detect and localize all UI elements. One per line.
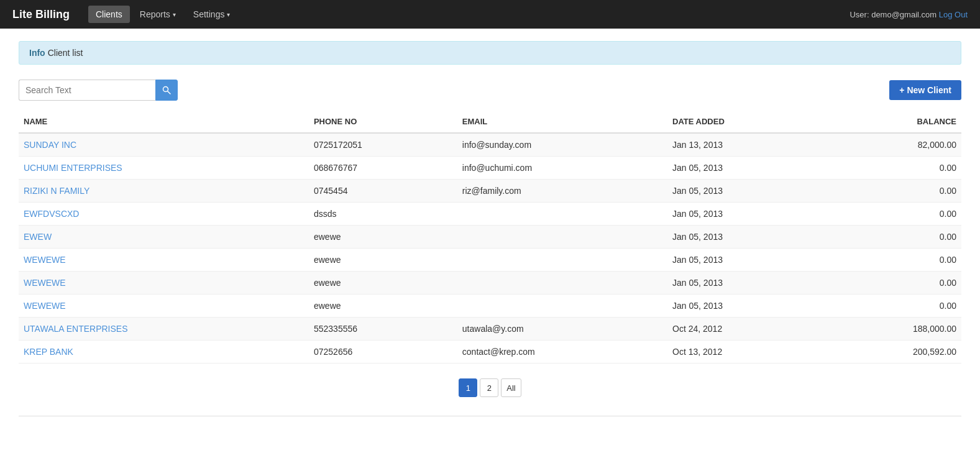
cell-balance: 188,000.00 [825,318,961,341]
client-name-link[interactable]: RIZIKI N FAMILY [24,186,89,196]
cell-date: Jan 13, 2013 [667,133,825,157]
client-name-link[interactable]: KREP BANK [24,347,73,357]
cell-balance: 0.00 [825,180,961,203]
cell-date: Jan 05, 2013 [667,157,825,180]
cell-phone: ewewe [309,249,457,272]
nav-settings[interactable]: Settings ▾ [186,6,238,23]
table-row: WEWEWE ewewe Jan 05, 2013 0.00 [19,249,961,272]
cell-phone: ewewe [309,272,457,295]
col-name: NAME [19,111,309,133]
cell-email: info@uchumi.com [457,157,667,180]
col-phone: PHONE NO [309,111,457,133]
cell-email: riz@family.com [457,180,667,203]
page-btn-all[interactable]: All [501,378,521,397]
clients-table: NAME PHONE NO EMAIL DATE ADDED BALANCE S… [19,111,961,364]
reports-caret: ▾ [173,11,176,18]
user-label: User: [849,10,869,19]
table-row: WEWEWE ewewe Jan 05, 2013 0.00 [19,272,961,295]
search-button[interactable] [155,80,178,101]
col-balance: BALANCE [825,111,961,133]
settings-caret: ▾ [227,11,230,18]
client-name-link[interactable]: WEWEWE [24,301,66,311]
cell-date: Oct 24, 2012 [667,318,825,341]
info-text: Client list [48,48,83,58]
cell-email [457,249,667,272]
user-email: demo@gmail.com [871,10,936,19]
cell-balance: 0.00 [825,226,961,249]
cell-balance: 0.00 [825,272,961,295]
cell-date: Jan 05, 2013 [667,249,825,272]
table-row: KREP BANK 07252656 contact@krep.com Oct … [19,341,961,364]
cell-name: WEWEWE [19,249,309,272]
cell-phone: 0725172051 [309,133,457,157]
search-input[interactable] [19,80,155,101]
cell-phone: 07252656 [309,341,457,364]
cell-email [457,272,667,295]
client-name-link[interactable]: UCHUMI ENTERPRISES [24,163,122,173]
cell-email: utawala@y.com [457,318,667,341]
search-icon [162,86,171,94]
cell-name: EWEW [19,226,309,249]
navbar: Lite Billing Clients Reports ▾ Settings … [0,0,980,29]
cell-name: UCHUMI ENTERPRISES [19,157,309,180]
cell-balance: 82,000.00 [825,133,961,157]
cell-balance: 0.00 [825,203,961,226]
cell-phone: 552335556 [309,318,457,341]
client-name-link[interactable]: UTAWALA ENTERPRISES [24,324,128,334]
nav-clients[interactable]: Clients [88,6,130,23]
footer-line [19,416,961,416]
cell-name: UTAWALA ENTERPRISES [19,318,309,341]
cell-phone: dssds [309,203,457,226]
cell-name: WEWEWE [19,272,309,295]
new-client-button[interactable]: + New Client [889,80,961,100]
cell-date: Jan 05, 2013 [667,226,825,249]
cell-email [457,203,667,226]
cell-name: RIZIKI N FAMILY [19,180,309,203]
client-name-link[interactable]: EWEW [24,232,52,242]
page-btn-2[interactable]: 2 [480,378,498,397]
search-group [19,80,178,101]
cell-name: WEWEWE [19,295,309,318]
cell-name: EWFDVSCXD [19,203,309,226]
cell-date: Jan 05, 2013 [667,180,825,203]
page-content: InfoClient list + New Client NAME PHONE … [0,29,980,429]
nav-reports[interactable]: Reports ▾ [132,6,183,23]
cell-email: info@sunday.com [457,133,667,157]
table-row: UCHUMI ENTERPRISES 068676767 info@uchumi… [19,157,961,180]
logout-link[interactable]: Log Out [939,10,968,19]
col-date: DATE ADDED [667,111,825,133]
cell-email [457,226,667,249]
table-row: EWFDVSCXD dssds Jan 05, 2013 0.00 [19,203,961,226]
pagination: 1 2 All [19,378,961,397]
nav-links: Clients Reports ▾ Settings ▾ [88,6,849,23]
cell-email [457,295,667,318]
table-row: SUNDAY INC 0725172051 info@sunday.com Ja… [19,133,961,157]
cell-balance: 0.00 [825,249,961,272]
col-email: EMAIL [457,111,667,133]
cell-phone: 068676767 [309,157,457,180]
table-row: EWEW ewewe Jan 05, 2013 0.00 [19,226,961,249]
cell-phone: 0745454 [309,180,457,203]
cell-date: Jan 05, 2013 [667,203,825,226]
navbar-right: User: demo@gmail.com Log Out [849,10,968,19]
client-name-link[interactable]: EWFDVSCXD [24,209,79,219]
table-header: NAME PHONE NO EMAIL DATE ADDED BALANCE [19,111,961,133]
client-name-link[interactable]: WEWEWE [24,278,66,288]
cell-balance: 0.00 [825,157,961,180]
cell-date: Jan 05, 2013 [667,272,825,295]
svg-line-1 [168,91,170,94]
info-banner: InfoClient list [19,41,961,65]
table-body: SUNDAY INC 0725172051 info@sunday.com Ja… [19,133,961,364]
cell-name: SUNDAY INC [19,133,309,157]
cell-phone: ewewe [309,295,457,318]
client-name-link[interactable]: WEWEWE [24,255,66,265]
app-brand: Lite Billing [12,8,70,21]
cell-phone: ewewe [309,226,457,249]
client-name-link[interactable]: SUNDAY INC [24,140,76,150]
page-btn-1[interactable]: 1 [459,378,477,397]
cell-date: Oct 13, 2012 [667,341,825,364]
toolbar: + New Client [19,80,961,101]
cell-email: contact@krep.com [457,341,667,364]
table-row: UTAWALA ENTERPRISES 552335556 utawala@y.… [19,318,961,341]
table-row: RIZIKI N FAMILY 0745454 riz@family.com J… [19,180,961,203]
